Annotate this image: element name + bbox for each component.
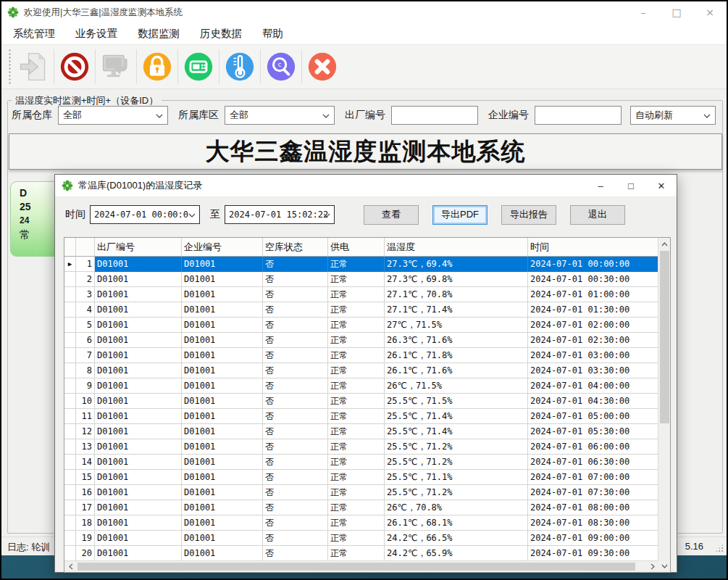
record-dialog: 常温库(D01001)的温湿度记录 – □ ✕ 时间 2024-07-01 00… <box>54 174 677 573</box>
temperature-search-icon[interactable]: c <box>263 47 299 86</box>
stop-icon[interactable] <box>57 47 93 86</box>
header-company-no[interactable]: 企业编号 <box>182 238 263 257</box>
refresh-mode-select[interactable]: 自动刷新 <box>630 106 716 125</box>
dialog-minimize-button[interactable]: – <box>585 175 616 197</box>
table-row[interactable]: 12 D01001 D01001 否 正常 25.5℃，71.4% 2024-0… <box>64 424 658 439</box>
menu-item[interactable]: 业务设置 <box>65 23 127 44</box>
main-minimize-button[interactable]: – <box>627 1 660 23</box>
table-grid: 出厂编号 企业编号 空库状态 供电 温湿度 时间 ▶ 1 D01001 D010… <box>64 238 658 561</box>
header-power[interactable]: 供电 <box>328 238 385 257</box>
vertical-scrollbar[interactable] <box>658 238 670 572</box>
toolbar-separator <box>219 49 219 84</box>
table-row[interactable]: 6 D01001 D01001 否 正常 26.3℃，71.6% 2024-07… <box>64 333 658 348</box>
dialog-close-button[interactable]: ✕ <box>646 175 677 197</box>
menu-item[interactable]: 帮助 <box>252 23 293 44</box>
toolbar-separator <box>54 49 54 84</box>
header-temp-humidity[interactable]: 温湿度 <box>385 238 528 257</box>
table-row[interactable]: 3 D01001 D01001 否 正常 27.1℃，70.8% 2024-07… <box>64 287 658 302</box>
export-document-icon[interactable] <box>15 47 51 86</box>
export-pdf-button[interactable]: 导出PDF <box>432 205 488 225</box>
dialog-title-bar: 常温库(D01001)的温湿度记录 – □ ✕ <box>55 175 677 197</box>
header-row-number <box>76 238 95 257</box>
table-row[interactable]: 7 D01001 D01001 否 正常 26.1℃，71.8% 2024-07… <box>64 348 658 363</box>
toolbar-separator <box>301 49 302 84</box>
dialog-controls: 时间 2024-07-01 00:00:0 至 2024-07-01 15:02… <box>55 197 677 232</box>
dialog-title: 常温库(D01001)的温湿度记录 <box>78 179 202 192</box>
chevron-down-icon <box>703 114 711 118</box>
horizontal-scroll-thumb[interactable] <box>78 563 635 571</box>
header-row-selector <box>64 238 76 257</box>
table-row[interactable]: 18 D01001 D01001 否 正常 26.1℃，68.1% 2024-0… <box>64 515 658 531</box>
exit-button[interactable]: 退出 <box>570 205 625 225</box>
table-header-row: 出厂编号 企业编号 空库状态 供电 温湿度 时间 <box>64 238 658 257</box>
main-maximize-button[interactable]: □ <box>660 1 693 23</box>
svg-text:c: c <box>278 61 282 68</box>
chevron-down-icon <box>323 213 330 218</box>
chevron-down-icon <box>188 213 196 218</box>
records-table: 出厂编号 企业编号 空库状态 供电 温湿度 时间 ▶ 1 D01001 D010… <box>64 237 671 573</box>
table-row[interactable]: 8 D01001 D01001 否 正常 26.1℃，71.6% 2024-07… <box>64 363 658 378</box>
table-row[interactable]: 2 D01001 D01001 否 正常 27.3℃，69.8% 2024-07… <box>64 272 658 287</box>
status-version-text: 5.16 <box>685 541 703 552</box>
main-title-bar: 欢迎使用|大华三鑫|温湿度监测本地系统 – □ × <box>1 1 727 23</box>
toolbar-separator <box>95 49 96 84</box>
factory-no-input[interactable] <box>391 106 478 125</box>
header-empty-status[interactable]: 空库状态 <box>263 238 328 257</box>
table-row[interactable]: 9 D01001 D01001 否 正常 26℃，71.5% 2024-07-0… <box>64 378 658 394</box>
to-label: 至 <box>210 208 220 221</box>
filter-row: 所属仓库 全部 所属库区 全部 出厂编号 企业编号 自动刷新 <box>1 103 727 128</box>
time-label: 时间 <box>65 208 85 221</box>
table-row[interactable]: 5 D01001 D01001 否 正常 27℃，71.5% 2024-07-0… <box>64 318 658 333</box>
header-factory-no[interactable]: 出厂编号 <box>95 238 182 257</box>
device-panel-icon[interactable] <box>180 47 217 86</box>
close-x-icon[interactable] <box>304 47 340 86</box>
scroll-right-arrow[interactable] <box>646 561 658 572</box>
menu-item[interactable]: 历史数据 <box>190 23 252 44</box>
toolbar-separator <box>177 49 178 84</box>
company-no-label: 企业编号 <box>488 109 529 122</box>
view-button[interactable]: 查看 <box>364 205 419 225</box>
export-report-button[interactable]: 导出报告 <box>501 205 556 225</box>
table-row[interactable]: 10 D01001 D01001 否 正常 25.5℃，71.5% 2024-0… <box>64 394 658 409</box>
scroll-down-arrow[interactable] <box>658 560 671 572</box>
warehouse-select[interactable]: 全部 <box>58 106 168 125</box>
table-row[interactable]: 14 D01001 D01001 否 正常 25.5℃，71.2% 2024-0… <box>64 455 658 470</box>
table-row[interactable]: 17 D01001 D01001 否 正常 26℃，70.8% 2024-07-… <box>64 500 658 515</box>
table-row[interactable]: 16 D01001 D01001 否 正常 25.5℃，71.2% 2024-0… <box>64 485 658 500</box>
table-row[interactable]: 19 D01001 D01001 否 正常 24.2℃，66.5% 2024-0… <box>64 531 658 546</box>
header-time[interactable]: 时间 <box>528 238 658 257</box>
time-from-picker[interactable]: 2024-07-01 00:00:0 <box>90 205 200 224</box>
table-row[interactable]: 11 D01001 D01001 否 正常 25.5℃，71.4% 2024-0… <box>64 409 658 424</box>
menu-item[interactable]: 数据监测 <box>127 23 190 44</box>
resize-grip[interactable] <box>715 544 724 552</box>
company-no-input[interactable] <box>535 106 622 125</box>
area-label: 所属库区 <box>178 109 219 122</box>
scroll-left-arrow[interactable] <box>64 561 77 572</box>
main-window-title: 欢迎使用|大华三鑫|温湿度监测本地系统 <box>24 7 183 19</box>
system-banner: 大华三鑫温湿度监测本地系统 <box>9 133 722 170</box>
scroll-up-arrow[interactable] <box>658 238 671 250</box>
warehouse-label: 所属仓库 <box>12 109 52 122</box>
screen: 欢迎使用|大华三鑫|温湿度监测本地系统 – □ × 系统管理业务设置数据监测历史… <box>0 0 728 580</box>
main-close-button[interactable]: × <box>693 1 727 23</box>
table-row[interactable]: 4 D01001 D01001 否 正常 27.1℃，71.4% 2024-07… <box>64 302 658 318</box>
area-select[interactable]: 全部 <box>225 106 335 125</box>
table-row[interactable]: 15 D01001 D01001 否 正常 25.5℃，71.1% 2024-0… <box>64 470 658 485</box>
table-row[interactable]: 13 D01001 D01001 否 正常 25.5℃，71.2% 2024-0… <box>64 439 658 455</box>
thermometer-icon[interactable] <box>222 47 258 86</box>
toolbar: c <box>1 44 727 89</box>
table-row[interactable]: 20 D01001 D01001 否 正常 24.2℃，65.9% 2024-0… <box>64 546 658 561</box>
factory-no-label: 出厂编号 <box>345 109 385 122</box>
time-to-picker[interactable]: 2024-07-01 15:02:22 <box>225 205 335 224</box>
monitor-return-icon[interactable] <box>98 47 134 86</box>
chevron-down-icon <box>156 114 163 118</box>
status-log-text: 日志: 轮训 <box>7 541 50 554</box>
toolbar-separator <box>136 49 137 84</box>
table-row[interactable]: ▶ 1 D01001 D01001 否 正常 27.3℃，69.4% 2024-… <box>64 257 658 272</box>
lock-icon[interactable] <box>139 47 175 86</box>
horizontal-scrollbar[interactable] <box>64 560 658 572</box>
vertical-scroll-thumb[interactable] <box>660 251 669 423</box>
menu-item[interactable]: 系统管理 <box>3 23 65 44</box>
dialog-maximize-button[interactable]: □ <box>616 175 646 197</box>
toolbar-separator <box>260 49 261 84</box>
